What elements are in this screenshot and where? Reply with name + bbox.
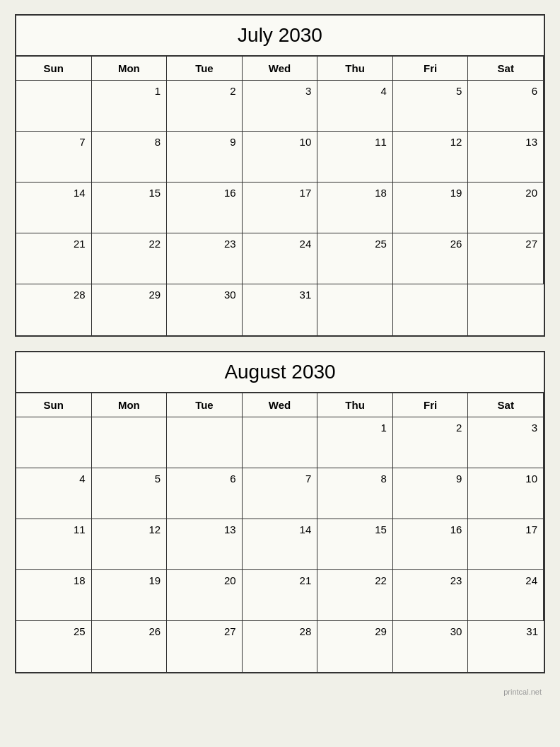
day-cell: 29: [92, 284, 168, 335]
day-cell: 16: [167, 183, 243, 233]
day-cell: 28: [243, 621, 318, 672]
august-calendar: August 2030 Sun Mon Tue Wed Thu Fri Sat …: [15, 351, 545, 673]
day-cell: 4: [317, 81, 393, 132]
day-cell: 18: [317, 183, 393, 233]
watermark: printcal.net: [15, 688, 545, 696]
header-sat: Sat: [468, 57, 544, 81]
day-cell: [393, 284, 469, 335]
header-tue: Tue: [167, 57, 243, 81]
day-cell: [16, 81, 92, 132]
day-cell: [16, 417, 92, 468]
day-cell: 13: [167, 519, 243, 570]
day-cell: 20: [468, 183, 544, 233]
day-cell: 14: [16, 183, 92, 233]
day-cell: 26: [393, 233, 469, 284]
day-cell: 7: [16, 132, 92, 183]
header-sun: Sun: [16, 57, 92, 81]
day-cell: 23: [393, 570, 469, 621]
day-cell: [468, 284, 544, 335]
day-cell: 29: [317, 621, 393, 672]
day-cell: 6: [468, 81, 544, 132]
day-cell: 25: [317, 233, 393, 284]
day-cell: 24: [243, 233, 318, 284]
day-cell: 9: [393, 468, 469, 519]
header-mon: Mon: [92, 393, 168, 417]
day-cell: 31: [243, 284, 318, 335]
day-cell: [167, 417, 243, 468]
day-cell: 14: [243, 519, 318, 570]
header-mon: Mon: [92, 57, 168, 81]
day-cell: 4: [16, 468, 92, 519]
day-cell: 22: [317, 570, 393, 621]
day-cell: 26: [92, 621, 168, 672]
day-cell: 22: [92, 233, 168, 284]
day-cell: 7: [243, 468, 318, 519]
day-cell: 1: [92, 81, 168, 132]
day-cell: 15: [92, 183, 168, 233]
day-cell: 19: [92, 570, 168, 621]
day-cell: 10: [468, 468, 544, 519]
day-cell: [317, 284, 393, 335]
day-cell: [92, 417, 168, 468]
day-cell: 21: [16, 233, 92, 284]
day-cell: 13: [468, 132, 544, 183]
day-cell: 6: [167, 468, 243, 519]
day-cell: 23: [167, 233, 243, 284]
day-cell: 8: [92, 132, 168, 183]
header-thu: Thu: [317, 57, 393, 81]
day-cell: 25: [16, 621, 92, 672]
day-cell: 2: [167, 81, 243, 132]
header-sun: Sun: [16, 393, 92, 417]
header-wed: Wed: [243, 57, 318, 81]
day-cell: [243, 417, 318, 468]
day-cell: 2: [393, 417, 469, 468]
day-cell: 30: [393, 621, 469, 672]
header-fri: Fri: [393, 57, 469, 81]
day-cell: 10: [243, 132, 318, 183]
day-cell: 5: [393, 81, 469, 132]
day-cell: 24: [468, 570, 544, 621]
day-cell: 20: [167, 570, 243, 621]
july-grid: Sun Mon Tue Wed Thu Fri Sat 1 2 3 4 5 6 …: [16, 57, 544, 335]
day-cell: 1: [317, 417, 393, 468]
day-cell: 17: [468, 519, 544, 570]
day-cell: 27: [468, 233, 544, 284]
day-cell: 5: [92, 468, 168, 519]
day-cell: 19: [393, 183, 469, 233]
day-cell: 17: [243, 183, 318, 233]
day-cell: 12: [393, 132, 469, 183]
august-title: August 2030: [16, 352, 544, 393]
day-cell: 27: [167, 621, 243, 672]
day-cell: 21: [243, 570, 318, 621]
july-title: July 2030: [16, 16, 544, 57]
day-cell: 8: [317, 468, 393, 519]
header-fri: Fri: [393, 393, 469, 417]
august-grid: Sun Mon Tue Wed Thu Fri Sat 1 2 3 4 5 6 …: [16, 393, 544, 672]
day-cell: 12: [92, 519, 168, 570]
day-cell: 3: [243, 81, 318, 132]
day-cell: 30: [167, 284, 243, 335]
day-cell: 16: [393, 519, 469, 570]
day-cell: 28: [16, 284, 92, 335]
header-thu: Thu: [317, 393, 393, 417]
day-cell: 18: [16, 570, 92, 621]
day-cell: 9: [167, 132, 243, 183]
header-tue: Tue: [167, 393, 243, 417]
july-calendar: July 2030 Sun Mon Tue Wed Thu Fri Sat 1 …: [15, 14, 545, 337]
day-cell: 11: [317, 132, 393, 183]
day-cell: 11: [16, 519, 92, 570]
header-sat: Sat: [468, 393, 544, 417]
day-cell: 15: [317, 519, 393, 570]
day-cell: 31: [468, 621, 544, 672]
header-wed: Wed: [243, 393, 318, 417]
day-cell: 3: [468, 417, 544, 468]
